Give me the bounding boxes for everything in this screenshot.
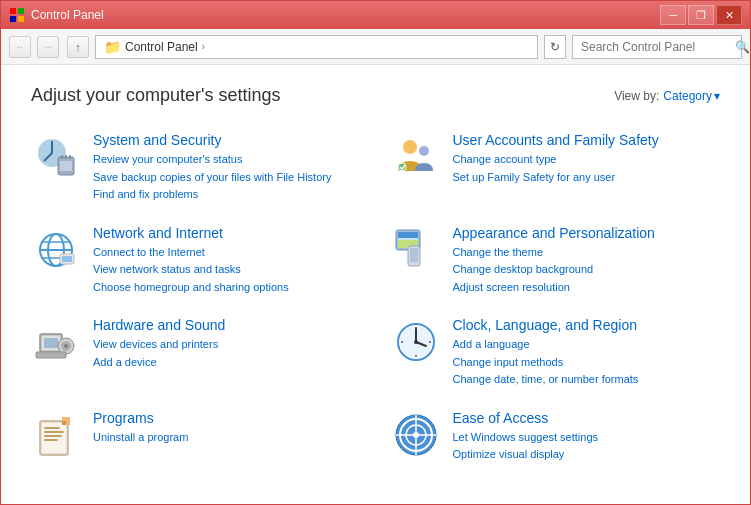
clock-title[interactable]: Clock, Language, and Region xyxy=(453,317,721,333)
svg-rect-25 xyxy=(44,338,58,348)
clock-content: Clock, Language, and Region Add a langua… xyxy=(453,317,721,388)
clock-icon xyxy=(391,317,441,367)
category-network: Network and Internet Connect to the Inte… xyxy=(31,219,361,302)
system-security-content: System and Security Review your computer… xyxy=(93,132,361,203)
svg-point-34 xyxy=(414,340,418,344)
svg-rect-44 xyxy=(44,439,58,441)
category-appearance: Appearance and Personalization Change th… xyxy=(391,219,721,302)
svg-rect-42 xyxy=(44,431,64,433)
svg-point-8 xyxy=(419,146,429,156)
title-bar: Control Panel ─ ❐ ✕ xyxy=(1,1,750,29)
network-link-3[interactable]: Choose homegroup and sharing options xyxy=(93,279,361,296)
window-title: Control Panel xyxy=(31,8,104,22)
svg-rect-0 xyxy=(10,8,16,14)
user-accounts-content: User Accounts and Family Safety Change a… xyxy=(453,132,721,185)
clock-links: Add a language Change input methods Chan… xyxy=(453,336,721,388)
ease-of-access-title[interactable]: Ease of Access xyxy=(453,410,721,426)
clock-link-3[interactable]: Change date, time, or number formats xyxy=(453,371,721,388)
svg-point-38 xyxy=(401,341,403,343)
forward-button[interactable]: → xyxy=(37,36,59,58)
viewby-value: Category xyxy=(663,89,712,103)
svg-point-50 xyxy=(413,432,419,438)
folder-icon: 📁 xyxy=(104,39,121,55)
programs-icon xyxy=(31,410,81,460)
path-chevron: › xyxy=(202,41,205,52)
network-title[interactable]: Network and Internet xyxy=(93,225,361,241)
svg-rect-1 xyxy=(18,8,24,14)
path-text: Control Panel xyxy=(125,40,198,54)
category-system-security: System and Security Review your computer… xyxy=(31,126,361,209)
app-icon xyxy=(9,7,25,23)
viewby-label: View by: xyxy=(614,89,659,103)
svg-point-28 xyxy=(64,344,68,348)
appearance-link-2[interactable]: Change desktop background xyxy=(453,261,721,278)
svg-point-37 xyxy=(415,355,417,357)
search-input[interactable] xyxy=(581,40,731,54)
user-accounts-title[interactable]: User Accounts and Family Safety xyxy=(453,132,721,148)
refresh-button[interactable]: ↻ xyxy=(544,35,566,59)
user-link-2[interactable]: Set up Family Safety for any user xyxy=(453,169,721,186)
minimize-button[interactable]: ─ xyxy=(660,5,686,25)
network-link-2[interactable]: View network status and tasks xyxy=(93,261,361,278)
clock-link-2[interactable]: Change input methods xyxy=(453,354,721,371)
category-clock: Clock, Language, and Region Add a langua… xyxy=(391,311,721,394)
system-link-3[interactable]: Find and fix problems xyxy=(93,186,361,203)
system-security-icon xyxy=(31,132,81,182)
network-link-1[interactable]: Connect to the Internet xyxy=(93,244,361,261)
system-security-title[interactable]: System and Security xyxy=(93,132,361,148)
svg-point-35 xyxy=(415,327,417,329)
page-title: Adjust your computer's settings xyxy=(31,85,281,106)
up-button[interactable]: ↑ xyxy=(67,36,89,58)
categories-grid: System and Security Review your computer… xyxy=(31,126,720,469)
category-hardware: Hardware and Sound View devices and prin… xyxy=(31,311,361,394)
svg-rect-19 xyxy=(398,232,418,238)
svg-rect-6 xyxy=(60,161,72,171)
page-header: Adjust your computer's settings View by:… xyxy=(31,85,720,106)
system-link-1[interactable]: Review your computer's status xyxy=(93,151,361,168)
close-button[interactable]: ✕ xyxy=(716,5,742,25)
ease-link-2[interactable]: Optimize visual display xyxy=(453,446,721,463)
network-links: Connect to the Internet View network sta… xyxy=(93,244,361,296)
user-accounts-icon xyxy=(391,132,441,182)
appearance-icon xyxy=(391,225,441,275)
search-icon: 🔍 xyxy=(735,40,750,54)
svg-rect-16 xyxy=(62,256,72,262)
ease-of-access-icon xyxy=(391,410,441,460)
appearance-link-3[interactable]: Adjust screen resolution xyxy=(453,279,721,296)
svg-rect-3 xyxy=(18,16,24,22)
main-content: Adjust your computer's settings View by:… xyxy=(1,65,750,504)
view-by-control: View by: Category ▾ xyxy=(614,89,720,103)
ease-of-access-content: Ease of Access Let Windows suggest setti… xyxy=(453,410,721,463)
programs-content: Programs Uninstall a program xyxy=(93,410,361,446)
hardware-link-1[interactable]: View devices and printers xyxy=(93,336,361,353)
ease-of-access-links: Let Windows suggest settings Optimize vi… xyxy=(453,429,721,463)
viewby-dropdown[interactable]: Category ▾ xyxy=(663,89,720,103)
system-link-2[interactable]: Save backup copies of your files with Fi… xyxy=(93,169,361,186)
viewby-chevron: ▾ xyxy=(714,89,720,103)
clock-link-1[interactable]: Add a language xyxy=(453,336,721,353)
programs-links: Uninstall a program xyxy=(93,429,361,446)
user-link-1[interactable]: Change account type xyxy=(453,151,721,168)
programs-link-1[interactable]: Uninstall a program xyxy=(93,429,361,446)
appearance-content: Appearance and Personalization Change th… xyxy=(453,225,721,296)
svg-point-7 xyxy=(403,140,417,154)
category-ease-of-access: Ease of Access Let Windows suggest setti… xyxy=(391,404,721,469)
window-controls: ─ ❐ ✕ xyxy=(660,5,742,25)
back-button[interactable]: ← xyxy=(9,36,31,58)
hardware-title[interactable]: Hardware and Sound xyxy=(93,317,361,333)
user-accounts-links: Change account type Set up Family Safety… xyxy=(453,151,721,185)
appearance-link-1[interactable]: Change the theme xyxy=(453,244,721,261)
appearance-title[interactable]: Appearance and Personalization xyxy=(453,225,721,241)
svg-rect-2 xyxy=(10,16,16,22)
restore-button[interactable]: ❐ xyxy=(688,5,714,25)
ease-link-1[interactable]: Let Windows suggest settings xyxy=(453,429,721,446)
hardware-content: Hardware and Sound View devices and prin… xyxy=(93,317,361,370)
appearance-links: Change the theme Change desktop backgrou… xyxy=(453,244,721,296)
search-box[interactable]: 🔍 xyxy=(572,35,742,59)
svg-rect-22 xyxy=(410,248,418,262)
hardware-link-2[interactable]: Add a device xyxy=(93,354,361,371)
address-path-bar[interactable]: 📁 Control Panel › xyxy=(95,35,538,59)
programs-title[interactable]: Programs xyxy=(93,410,361,426)
network-content: Network and Internet Connect to the Inte… xyxy=(93,225,361,296)
category-user-accounts: User Accounts and Family Safety Change a… xyxy=(391,126,721,209)
